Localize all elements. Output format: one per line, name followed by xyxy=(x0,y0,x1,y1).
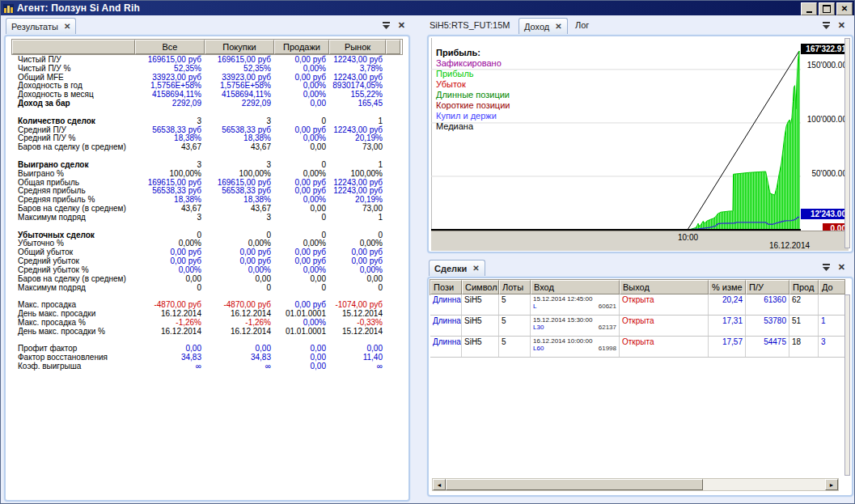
results-row: Выиграно сделок3301 xyxy=(12,160,402,169)
trade-pct-change: 17,31 xyxy=(709,316,746,336)
trades-tabstrip: Сделки ✕ ✕ xyxy=(427,258,853,277)
trades-col-header[interactable]: % изме xyxy=(709,280,746,294)
trades-col-header[interactable]: Вход xyxy=(531,280,620,294)
trades-row[interactable]: ДлиннаяSiH5515.12.2014 12:45:00L60621Отк… xyxy=(430,294,844,316)
close-button[interactable]: ✕ xyxy=(836,2,853,15)
results-row-label xyxy=(12,336,135,345)
trades-vertical-scrollbar[interactable] xyxy=(844,294,850,476)
results-col-header[interactable] xyxy=(12,40,135,54)
results-value: ∞ xyxy=(329,362,386,371)
trades-col-header[interactable]: Выход xyxy=(620,280,709,294)
results-col-header[interactable]: Продажи xyxy=(274,40,329,54)
trade-lots: 5 xyxy=(499,337,531,357)
tab-trades-close-icon[interactable]: ✕ xyxy=(472,264,479,273)
results-row-label: Убыточных сделок xyxy=(12,231,135,239)
results-table: ВсеПокупкиПродажиРынок Чистый П/У169615,… xyxy=(12,40,402,371)
trades-row[interactable]: ДлиннаяSiH5516.12.2014 10:00:00L6061998О… xyxy=(430,337,844,358)
trades-col-header[interactable]: Лоты xyxy=(499,280,531,294)
close-icon: ✕ xyxy=(841,5,848,13)
tab-income[interactable]: Доход ✕ xyxy=(519,18,568,34)
trades-col-header[interactable]: Символ xyxy=(462,280,499,294)
results-value: 0,00 xyxy=(274,344,329,353)
results-value: 0,00 руб xyxy=(274,248,329,256)
results-row-label: Баров на сделку (в среднем) xyxy=(12,274,135,283)
results-row: Профит фактор0,000,000,000,00 xyxy=(12,344,402,353)
trades-horizontal-scrollbar[interactable]: ◄ ► xyxy=(432,478,839,491)
tab-results-close-icon[interactable]: ✕ xyxy=(64,22,70,31)
trades-col-header[interactable]: П/У xyxy=(746,280,789,294)
results-row-label: Количество сделок xyxy=(12,116,135,125)
results-value: 73,00 xyxy=(329,204,386,213)
results-value: 169615,00 руб xyxy=(205,178,274,187)
trades-col-header[interactable]: Пози xyxy=(430,280,462,294)
results-row: Убыточных сделок0000 xyxy=(12,231,402,239)
trade-entry-tag: L30 xyxy=(533,324,544,332)
scroll-right-arrow-icon[interactable]: ► xyxy=(825,479,838,490)
trades-row[interactable]: ДлиннаяSiH5515.12.2014 15:30:00L3062137О… xyxy=(430,316,844,337)
scroll-left-arrow-icon[interactable]: ◄ xyxy=(433,479,446,490)
legend-item: Убыток xyxy=(436,79,510,90)
results-value: 1 xyxy=(329,116,386,125)
trade-duration: 18 xyxy=(789,337,819,357)
results-value: 169615,00 руб xyxy=(205,55,274,64)
results-col-header[interactable]: Рынок xyxy=(329,40,386,54)
results-value: 0,00% xyxy=(274,64,329,73)
results-value: -1,26% xyxy=(205,318,274,327)
trades-panel-menu-icon[interactable] xyxy=(823,264,830,271)
tab-income-close-icon[interactable]: ✕ xyxy=(555,22,561,31)
panel-close-icon[interactable]: ✕ xyxy=(398,21,405,29)
chart-panel-close-icon[interactable]: ✕ xyxy=(838,21,845,29)
results-value: -1074,00 руб xyxy=(329,300,386,309)
results-value: -0,33% xyxy=(329,318,386,327)
results-value: 0,00 руб xyxy=(274,125,329,134)
trades-col-header[interactable]: Прод xyxy=(789,280,819,294)
results-row-label: Коэф. выигрыша xyxy=(12,362,135,371)
tab-results[interactable]: Результаты ✕ xyxy=(6,18,76,34)
legend-item: Купил и держи xyxy=(436,111,510,121)
results-value: 0,00% xyxy=(274,90,329,99)
tab-symbol[interactable]: SiH5:RTS_FUT:15M xyxy=(430,20,510,30)
tab-trades[interactable]: Сделки ✕ xyxy=(429,260,485,276)
results-value: 0,00 руб xyxy=(274,73,329,82)
results-col-header[interactable] xyxy=(386,40,400,54)
results-value: 0,00 руб xyxy=(329,256,386,265)
results-value: 0,00 руб xyxy=(329,248,386,256)
results-row: Общий MFE33923,00 руб33923,00 руб0,00 ру… xyxy=(12,73,402,82)
results-row: Средняя прибыль56538,33 руб56538,33 руб0… xyxy=(12,186,402,195)
results-value: -4870,00 руб xyxy=(205,300,274,309)
results-col-header[interactable]: Покупки xyxy=(205,40,274,54)
results-value: 0,00 руб xyxy=(274,256,329,265)
trades-panel: ПозиСимволЛотыВходВыход% измеП/УПродДо Д… xyxy=(427,277,853,497)
results-value: 1,5756E+58% xyxy=(135,81,205,90)
results-value: 0 xyxy=(274,160,329,169)
x-tick-date: 16.12.2014 xyxy=(769,241,810,250)
minimize-button[interactable] xyxy=(801,2,817,15)
results-row-label: Баров на сделку (в среднем) xyxy=(12,204,135,213)
results-value: 2292,09 xyxy=(135,99,205,108)
title-bar: Агент: Ползун Si And Rih ✕ xyxy=(1,1,854,15)
app-window: Агент: Ползун Si And Rih ✕ Результаты ✕ … xyxy=(0,0,855,504)
chart-vertical-scrollbar[interactable] xyxy=(844,38,850,248)
results-value: 34,83 xyxy=(135,353,205,362)
trade-lots: 5 xyxy=(499,294,531,315)
results-value: 0,00 xyxy=(329,344,386,353)
scrollbar-thumb[interactable] xyxy=(446,479,703,490)
tab-log[interactable]: Лог xyxy=(575,20,589,30)
results-value: 0,00 xyxy=(205,274,274,283)
trades-panel-close-icon[interactable]: ✕ xyxy=(838,263,845,271)
results-value: 56538,33 руб xyxy=(135,186,205,195)
trade-position: Длинная xyxy=(430,337,462,357)
results-value: 16.12.2014 xyxy=(135,309,205,318)
trades-col-header[interactable]: До xyxy=(819,280,844,294)
trade-pl: 54475 xyxy=(746,337,789,357)
maximize-button[interactable] xyxy=(819,2,835,15)
results-row: Убыточно %0,00%0,00%0,00%0,00% xyxy=(12,239,402,248)
panel-menu-icon[interactable] xyxy=(383,22,390,29)
results-value: 0 xyxy=(205,283,274,292)
trades-table-header: ПозиСимволЛотыВходВыход% измеП/УПродДо xyxy=(430,280,844,294)
chart-panel-menu-icon[interactable] xyxy=(823,22,830,29)
trade-pl: 53780 xyxy=(746,316,789,336)
results-col-header[interactable]: Все xyxy=(135,40,205,54)
results-row-label: Чистый П/У % xyxy=(12,64,135,73)
results-value: 0,00% xyxy=(274,318,329,327)
